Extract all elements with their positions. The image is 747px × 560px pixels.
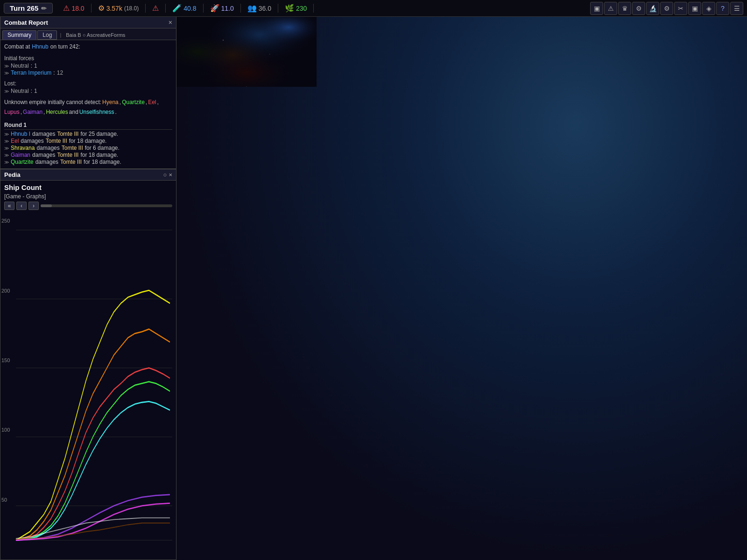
sep1: , bbox=[120, 98, 121, 107]
stat-industry: 🌿 230 bbox=[278, 4, 314, 13]
event-attacker-1: Hhnub I bbox=[11, 131, 30, 137]
sep5: , bbox=[43, 108, 45, 117]
map-area[interactable]: Crystous Silk β Silk γ 'kadh α Skadi β V… bbox=[176, 17, 747, 560]
round-event-2: ≫ Eel damages Tomte III for 18 damage. bbox=[4, 138, 172, 144]
round-1-header: Round 1 bbox=[4, 122, 172, 130]
faction-lupus: Lupus bbox=[4, 108, 20, 117]
force-terran: ≫ Terran Imperium : 12 bbox=[4, 70, 172, 76]
tab-log[interactable]: Log bbox=[37, 30, 57, 40]
event-verb-5: damages bbox=[35, 159, 58, 165]
combat-location: Hhnub bbox=[32, 43, 48, 50]
stat-value-3: 40.8 bbox=[183, 5, 196, 12]
ship-count-graph bbox=[4, 213, 172, 558]
graph-nav-next[interactable]: › bbox=[28, 202, 39, 210]
faction-unselfishness: Unselfishness bbox=[79, 108, 114, 117]
stat-population: 👥 36.0 bbox=[241, 4, 278, 13]
svg-point-6 bbox=[223, 40, 224, 41]
pedia-minimize-icon[interactable]: ○ bbox=[163, 171, 167, 178]
sep2: , bbox=[146, 98, 147, 107]
icon-btn-map[interactable]: ▣ bbox=[590, 2, 603, 15]
icon-btn-settings[interactable]: ⚙ bbox=[632, 2, 645, 15]
graph-nav: « ‹ › bbox=[0, 201, 176, 211]
lost-neutral-value: 1 bbox=[34, 88, 37, 94]
lost-neutral-label: Neutral bbox=[11, 88, 29, 94]
event-icon-4: ≫ bbox=[4, 153, 9, 158]
event-target-1: Tomte III bbox=[57, 131, 78, 137]
graph-nav-prev-prev[interactable]: « bbox=[4, 202, 14, 210]
event-icon-1: ≫ bbox=[4, 132, 9, 137]
stat-value-1: 18.0 bbox=[71, 5, 84, 12]
icon-btn-view[interactable]: ▣ bbox=[688, 2, 701, 15]
graph-nav-prev[interactable]: ‹ bbox=[16, 202, 27, 210]
graph-slider[interactable] bbox=[41, 204, 172, 207]
stat-danger: ⚠ 18.0 bbox=[56, 4, 91, 13]
event-attacker-2: Eel bbox=[11, 138, 19, 144]
combat-report-close[interactable]: × bbox=[169, 19, 172, 26]
y-label-50: 50 bbox=[1, 497, 7, 503]
svg-rect-5 bbox=[176, 17, 317, 87]
stat-economy-sub: (18.0) bbox=[124, 5, 139, 12]
icon-btn-help[interactable]: ? bbox=[716, 2, 729, 15]
combat-report-panel: Combat Report × Summary Log | Baia B ○ A… bbox=[0, 17, 176, 169]
turn-badge[interactable]: Turn 265 ✏ bbox=[4, 3, 53, 14]
icon-btn-lab[interactable]: 🔬 bbox=[646, 2, 659, 15]
faction-eel: Eel bbox=[148, 98, 156, 107]
combat-scroll[interactable]: Combat at Hhnub on turn 242: Initial for… bbox=[0, 40, 176, 168]
combat-players: Baia B ○ AscreativeForms bbox=[66, 32, 125, 38]
graph-slider-thumb[interactable] bbox=[41, 204, 52, 207]
stat-value-5: 36.0 bbox=[259, 5, 271, 12]
combat-tabs: Summary Log | Baia B ○ AscreativeForms bbox=[0, 28, 176, 40]
stat-value-4: 11.0 bbox=[221, 5, 234, 12]
stat-value-6: 230 bbox=[296, 5, 307, 12]
pedia-close-icon[interactable]: × bbox=[169, 171, 172, 178]
lost-neutral-sep: : bbox=[31, 88, 32, 94]
rocket-icon: 🚀 bbox=[210, 4, 219, 13]
tab-summary[interactable]: Summary bbox=[2, 30, 36, 40]
event-icon-3: ≫ bbox=[4, 146, 9, 151]
force-terran-value: 12 bbox=[57, 70, 63, 76]
unknown-notice-line: Unknown empire initially cannot detect: … bbox=[4, 98, 172, 117]
force-terran-sep: : bbox=[53, 70, 55, 76]
unknown-notice-text: Unknown empire initially cannot detect: bbox=[4, 98, 101, 107]
graph-label: [Game - Graphs] bbox=[0, 192, 176, 201]
event-dmg-2: for 18 damage. bbox=[69, 138, 107, 144]
event-target-2: Tomte III bbox=[46, 138, 67, 144]
stat-ships: 🚀 11.0 bbox=[204, 4, 241, 13]
icon-btn-config[interactable]: ⚙ bbox=[660, 2, 673, 15]
sep6: and bbox=[69, 108, 78, 117]
icon-btn-scissors[interactable]: ✂ bbox=[674, 2, 687, 15]
force-neutral: ≫ Neutral : 1 bbox=[4, 63, 172, 69]
icon-btn-crown[interactable]: ♛ bbox=[618, 2, 631, 15]
pencil-icon: ✏ bbox=[41, 5, 47, 12]
icon-btn-alert[interactable]: ⚠ bbox=[604, 2, 617, 15]
y-label-100: 100 bbox=[1, 427, 10, 433]
stat-value-2: 3.57k bbox=[106, 5, 122, 12]
stat-alert: ⚠ bbox=[146, 4, 166, 13]
y-label-250: 250 bbox=[1, 218, 10, 224]
event-verb-4: damages bbox=[32, 152, 55, 158]
stat-science: 🧪 40.8 bbox=[166, 4, 203, 13]
leaf-icon: 🌿 bbox=[285, 4, 294, 13]
icon-btn-galaxy[interactable]: ◈ bbox=[702, 2, 715, 15]
event-icon-5: ≫ bbox=[4, 160, 9, 165]
event-attacker-3: Shravana bbox=[11, 145, 35, 151]
faction-quartzite: Quartzite bbox=[122, 98, 145, 107]
top-right-icons: ▣ ⚠ ♛ ⚙ 🔬 ⚙ ✂ ▣ ◈ ? ☰ bbox=[590, 2, 747, 15]
shield-icon-3: ≫ bbox=[4, 89, 9, 94]
event-dmg-5: for 18 damage. bbox=[84, 159, 121, 165]
period: . bbox=[115, 108, 117, 117]
people-icon: 👥 bbox=[247, 4, 257, 13]
icon-btn-menu[interactable]: ☰ bbox=[730, 2, 743, 15]
warning-icon-2: ⚠ bbox=[152, 4, 159, 13]
event-dmg-3: for 6 damage. bbox=[85, 145, 120, 151]
top-bar: Turn 265 ✏ ⚠ 18.0 ⚙ 3.57k (18.0) ⚠ 🧪 40.… bbox=[0, 0, 747, 17]
pedia-panel: Pedia ○ × Ship Count [Game - Graphs] « ‹… bbox=[0, 169, 176, 560]
round-event-4: ≫ Gaiman damages Tomte III for 18 damage… bbox=[4, 152, 172, 158]
event-target-3: Tomte III bbox=[62, 145, 83, 151]
pedia-header: Pedia ○ × bbox=[0, 169, 176, 181]
combat-report-header: Combat Report × bbox=[0, 17, 176, 28]
force-terran-label: Terran Imperium bbox=[11, 70, 51, 76]
round-event-1: ≫ Hhnub I damages Tomte III for 25 damag… bbox=[4, 131, 172, 137]
map-canvas: Crystous Silk β Silk γ 'kadh α Skadi β V… bbox=[176, 17, 317, 87]
event-attacker-5: Quartzite bbox=[11, 159, 34, 165]
